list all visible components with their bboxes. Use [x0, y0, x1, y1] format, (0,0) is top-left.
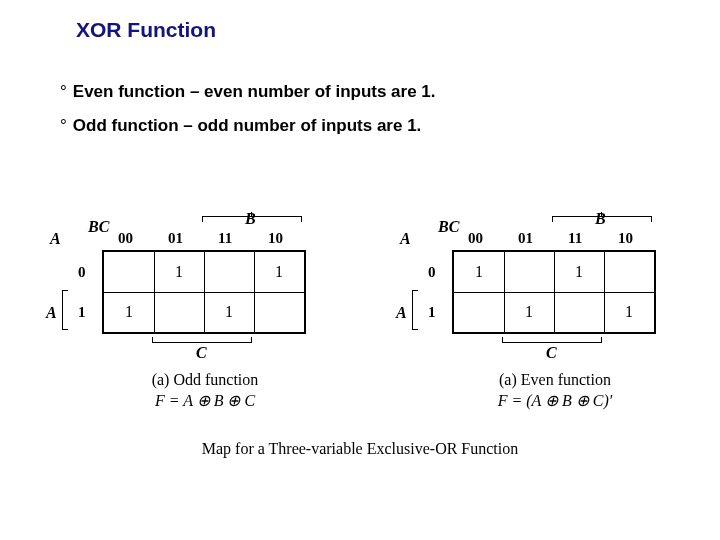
brace-B: [202, 216, 302, 223]
brace-A: [412, 290, 419, 330]
bullet-list: °Even function – even number of inputs a…: [60, 82, 436, 150]
cell-0-01: 1: [154, 252, 204, 292]
row-1: 1: [78, 304, 86, 321]
col-00: 00: [118, 230, 133, 247]
col-01: 01: [168, 230, 183, 247]
caption-even-a: (a) Even function: [390, 370, 720, 391]
brace-B: [552, 216, 652, 223]
brace-C: [502, 336, 602, 343]
cell-1-11: 1: [204, 292, 254, 332]
caption-odd: (a) Odd function F = A ⊕ B ⊕ C: [40, 370, 370, 412]
cell-1-11: [554, 292, 604, 332]
label-A-side: A: [396, 304, 407, 322]
cell-0-10: [604, 252, 654, 292]
cell-1-00: [454, 292, 504, 332]
label-A-header: A: [400, 230, 411, 248]
brace-A: [62, 290, 69, 330]
brace-B-notch: [251, 212, 252, 216]
caption-even: (a) Even function F = (A ⊕ B ⊕ C)′: [390, 370, 720, 412]
kmap-grid-even: 1 1 1 1: [452, 250, 656, 334]
cell-0-00: [104, 252, 154, 292]
cell-0-10: 1: [254, 252, 304, 292]
cell-0-11: 1: [554, 252, 604, 292]
cell-0-00: 1: [454, 252, 504, 292]
kmap-odd: A BC B 00 01 11 10 0 1 A C 1 1 1 1 (a) O…: [40, 220, 370, 420]
label-A-side: A: [46, 304, 57, 322]
bullet-even-text: Even function – even number of inputs ar…: [73, 82, 436, 101]
cell-1-01: [154, 292, 204, 332]
col-11: 11: [568, 230, 582, 247]
row-1: 1: [428, 304, 436, 321]
cell-1-00: 1: [104, 292, 154, 332]
caption-odd-a: (a) Odd function: [40, 370, 370, 391]
cell-1-01: 1: [504, 292, 554, 332]
row-0: 0: [78, 264, 86, 281]
col-01: 01: [518, 230, 533, 247]
figure-footer: Map for a Three-variable Exclusive-OR Fu…: [0, 440, 720, 458]
cell-1-10: 1: [604, 292, 654, 332]
bullet-odd: °Odd function – odd number of inputs are…: [60, 116, 436, 136]
brace-C: [152, 336, 252, 343]
cell-0-01: [504, 252, 554, 292]
brace-B-notch: [601, 212, 602, 216]
label-A-header: A: [50, 230, 61, 248]
page-title: XOR Function: [76, 18, 216, 42]
col-10: 10: [618, 230, 633, 247]
kmap-grid-odd: 1 1 1 1: [102, 250, 306, 334]
kmap-even: A BC B 00 01 11 10 0 1 A C 1 1 1 1 (a) E…: [390, 220, 720, 420]
bullet-even: °Even function – even number of inputs a…: [60, 82, 436, 102]
label-BC: BC: [88, 218, 109, 236]
col-11: 11: [218, 230, 232, 247]
label-BC: BC: [438, 218, 459, 236]
col-10: 10: [268, 230, 283, 247]
cell-1-10: [254, 292, 304, 332]
row-0: 0: [428, 264, 436, 281]
caption-odd-f: F = A ⊕ B ⊕ C: [40, 391, 370, 412]
label-C: C: [196, 344, 207, 362]
col-00: 00: [468, 230, 483, 247]
bullet-odd-text: Odd function – odd number of inputs are …: [73, 116, 422, 135]
cell-0-11: [204, 252, 254, 292]
label-C: C: [546, 344, 557, 362]
caption-even-f: F = (A ⊕ B ⊕ C)′: [390, 391, 720, 412]
